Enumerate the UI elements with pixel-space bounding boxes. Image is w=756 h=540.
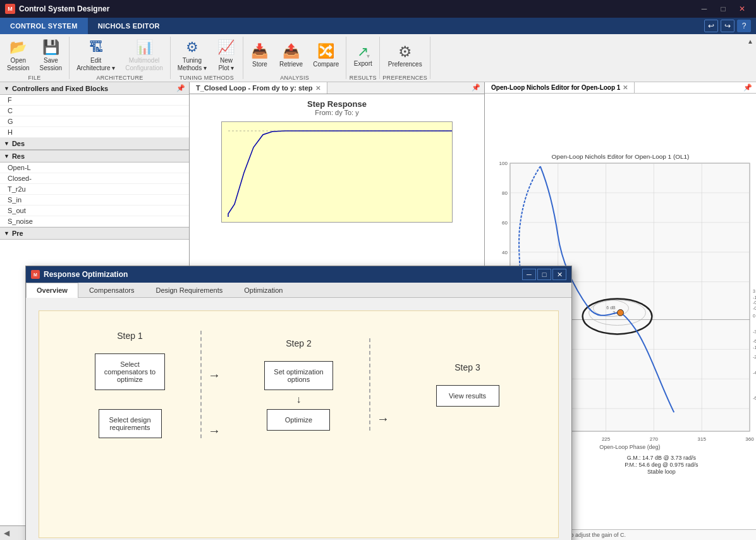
tab-bar-right: ↩ ↪ ? — [704, 18, 756, 34]
workflow-step1: Step 1 Select compensators to optimize S… — [58, 331, 202, 438]
help-button[interactable]: ? — [737, 20, 751, 32]
dialog-tabs: Overview Compensators Design Requirement… — [26, 283, 571, 298]
multimodel-label: MultimodelConfiguration — [125, 57, 162, 72]
step1-boxes: Select compensators to optimize Select d… — [58, 353, 202, 438]
view-results-box[interactable]: View results — [436, 385, 499, 407]
export-arrow-icon: ▾ — [367, 52, 370, 60]
ribbon-analysis-buttons: 📥 Store 📤 Retrieve 🔀 Compare — [246, 38, 343, 73]
select-compensators-box[interactable]: Select compensators to optimize — [95, 353, 165, 390]
dialog-matlab-icon: M — [31, 270, 40, 279]
arrow-mid: → — [377, 412, 389, 426]
ribbon-arch-buttons: 🏗 EditArchitecture ▾ 📊 MultimodelConfigu… — [72, 38, 168, 73]
ribbon-group-preferences: ⚙ Preferences PREFERENCES — [380, 37, 430, 79]
ribbon-expand[interactable]: ▲ — [745, 37, 756, 79]
edit-architecture-button[interactable]: 🏗 EditArchitecture ▾ — [72, 38, 119, 73]
step1-label: Step 1 — [117, 331, 142, 341]
title-bar-controls: ─ □ ✕ — [695, 3, 751, 15]
tuning-methods-button[interactable]: ⚙ TuningMethods ▾ — [173, 38, 211, 73]
app-title: Control System Designer — [19, 4, 109, 13]
save-session-button[interactable]: 💾 Save Session — [35, 38, 67, 73]
save-session-label: Save Session — [40, 57, 63, 72]
compare-icon: 🔀 — [317, 43, 334, 59]
ribbon-group-architecture: 🏗 EditArchitecture ▾ 📊 MultimodelConfigu… — [70, 37, 171, 79]
open-session-label: Open Session — [7, 57, 30, 72]
dialog-minimize-button[interactable]: ─ — [522, 269, 536, 280]
ribbon-file-buttons: 📂 Open Session 💾 Save Session — [3, 38, 66, 73]
arch-group-label: ARCHITECTURE — [96, 73, 143, 81]
preferences-label: Preferences — [388, 61, 422, 68]
vertical-arrow-down: ↓ — [296, 394, 301, 405]
multimodel-icon: 📊 — [136, 39, 153, 56]
workflow-step3: Step 3 View results — [396, 362, 539, 407]
tab-control-system[interactable]: CONTROL SYSTEM — [0, 18, 88, 34]
results-group-label: RESULTS — [350, 73, 377, 81]
ribbon-group-file: 📂 Open Session 💾 Save Session FILE — [0, 37, 70, 79]
arrow-bottom: → — [208, 424, 221, 438]
tuning-icon: ⚙ — [186, 39, 198, 56]
step2-divider — [369, 338, 370, 431]
title-bar-left: M Control System Designer — [5, 4, 109, 14]
prefs-group-label: PREFERENCES — [382, 73, 427, 81]
preferences-button[interactable]: ⚙ Preferences — [384, 38, 427, 73]
retrieve-icon: 📤 — [283, 43, 300, 59]
main-area: ▼ Controllers and Fixed Blocks 📌 F C G H… — [0, 82, 756, 540]
step1-to-step2-arrows: → → — [202, 368, 227, 438]
dialog-tab-overview[interactable]: Overview — [26, 283, 78, 298]
open-icon: 📂 — [9, 39, 27, 56]
step2-to-step3-arrow: → — [370, 412, 396, 426]
edit-arch-label: EditArchitecture ▾ — [76, 57, 115, 72]
preferences-icon: ⚙ — [398, 43, 412, 61]
tab-nichols-editor[interactable]: NICHOLS EDITOR — [88, 18, 170, 34]
close-button[interactable]: ✕ — [733, 3, 751, 15]
arrow-top: → — [208, 368, 221, 383]
dialog-title-bar: M Response Optimization ─ □ ✕ — [26, 266, 571, 283]
retrieve-label: Retrieve — [279, 61, 303, 68]
ribbon-prefs-buttons: ⚙ Preferences — [384, 38, 427, 73]
response-optimization-dialog: M Response Optimization ─ □ ✕ Overview C… — [25, 266, 572, 540]
dialog-title: Response Optimization — [44, 270, 128, 279]
select-design-reqs-box[interactable]: Select design requirements — [99, 409, 162, 438]
file-group-label: FILE — [28, 73, 40, 81]
new-plot-label: NewPlot ▾ — [218, 57, 234, 72]
ribbon-results-buttons: ↗ ▾ Export — [349, 38, 377, 73]
open-session-button[interactable]: 📂 Open Session — [3, 38, 34, 73]
matlab-icon: M — [5, 4, 15, 14]
ribbon-group-tuning: ⚙ TuningMethods ▾ 📈 NewPlot ▾ TUNING MET… — [171, 37, 243, 79]
store-label: Store — [252, 61, 267, 68]
new-plot-button[interactable]: 📈 NewPlot ▾ — [212, 38, 240, 73]
multimodel-button[interactable]: 📊 MultimodelConfiguration — [121, 38, 167, 73]
ribbon-tuning-buttons: ⚙ TuningMethods ▾ 📈 NewPlot ▾ — [173, 38, 240, 73]
dialog-maximize-button[interactable]: □ — [537, 269, 551, 280]
minimize-button[interactable]: ─ — [695, 3, 713, 15]
dialog-tab-optimization[interactable]: Optimization — [233, 283, 293, 297]
tuning-group-label: TUNING METHODS — [180, 73, 234, 81]
export-button[interactable]: ↗ ▾ Export — [349, 38, 377, 73]
ribbon: 📂 Open Session 💾 Save Session FILE 🏗 Edi… — [0, 34, 756, 82]
tuning-label: TuningMethods ▾ — [178, 57, 207, 72]
ribbon-group-analysis: 📥 Store 📤 Retrieve 🔀 Compare ANALYSIS — [243, 37, 346, 79]
store-button[interactable]: 📥 Store — [246, 38, 274, 73]
retrieve-button[interactable]: 📤 Retrieve — [275, 38, 307, 73]
dialog-tab-compensators[interactable]: Compensators — [78, 283, 145, 297]
dialog-overlay: M Response Optimization ─ □ ✕ Overview C… — [0, 82, 756, 540]
export-label: Export — [354, 60, 372, 68]
dialog-close-button[interactable]: ✕ — [552, 269, 566, 280]
redo-button[interactable]: ↪ — [721, 20, 735, 32]
new-plot-icon: 📈 — [217, 39, 235, 56]
workflow-step2: Step 2 Set optimization options ↓ Optimi… — [227, 338, 370, 431]
dialog-tab-design-reqs[interactable]: Design Requirements — [145, 283, 233, 297]
export-icon-wrapper: ↗ ▾ — [357, 44, 369, 60]
title-bar: M Control System Designer ─ □ ✕ — [0, 0, 756, 18]
compare-button[interactable]: 🔀 Compare — [308, 38, 343, 73]
optimize-box[interactable]: Optimize — [267, 409, 330, 431]
dialog-title-controls: ─ □ ✕ — [522, 269, 566, 280]
workflow-steps: Step 1 Select compensators to optimize S… — [58, 330, 539, 438]
maximize-button[interactable]: □ — [714, 3, 732, 15]
compare-label: Compare — [313, 61, 339, 68]
undo-button[interactable]: ↩ — [704, 20, 718, 32]
edit-icon: 🏗 — [89, 39, 103, 56]
set-optimization-options-box[interactable]: Set optimization options — [264, 361, 332, 390]
step3-label: Step 3 — [454, 362, 480, 372]
save-icon: 💾 — [42, 39, 59, 56]
dialog-content: Step 1 Select compensators to optimize S… — [26, 298, 571, 540]
